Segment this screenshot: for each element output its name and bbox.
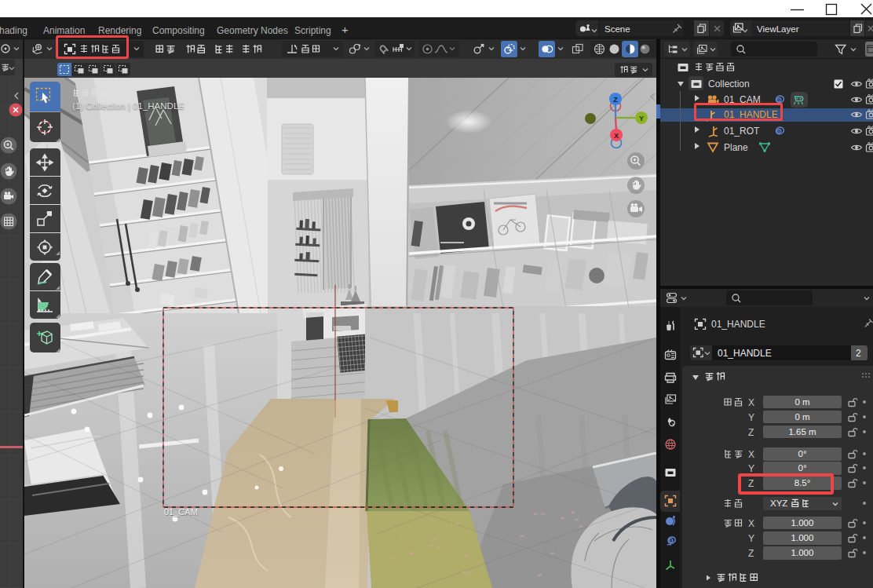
svg-text:Y: Y: [639, 115, 644, 122]
svg-text:01_CAM: 01_CAM: [164, 507, 198, 517]
svg-text:X: X: [614, 132, 619, 140]
svg-text:Z: Z: [613, 96, 618, 104]
